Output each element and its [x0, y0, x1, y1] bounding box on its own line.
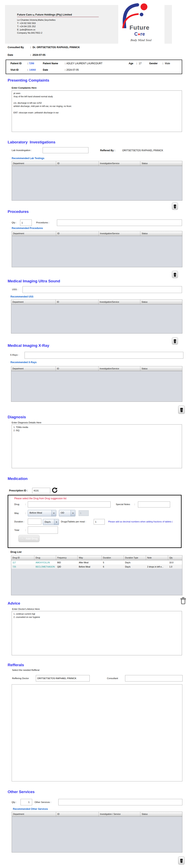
delete-procedures-button[interactable] — [172, 271, 178, 278]
xray-table[interactable]: Department ID Investigation/Service Stat… — [11, 366, 182, 402]
patient-name-colon: : — [65, 62, 66, 65]
trash-icon — [180, 858, 183, 863]
uss-table-header: Department ID Investigation/Service Stat… — [11, 300, 182, 305]
cell-drug-id: 725 — [11, 565, 34, 568]
gender-value: Male — [165, 62, 170, 65]
recommended-lab-testings-link[interactable]: Recommended Lab Testings — [12, 157, 44, 160]
col-department: Department — [12, 812, 56, 816]
col-investigation-service: Investigation/Service — [99, 231, 141, 236]
cell-duration: 6 — [102, 565, 124, 568]
lab-table-header: Department ID Investigation/Service Stat… — [12, 161, 182, 166]
prescription-id-input[interactable] — [32, 488, 50, 493]
recommended-uss-link[interactable]: Recommended USS — [10, 295, 33, 298]
recommended-xrays-link[interactable]: Recommended X-Rays — [10, 361, 37, 364]
recommended-other-services-link[interactable]: Recommended Other Services — [13, 808, 48, 810]
cell-note: 2 drops in left e... — [146, 565, 168, 568]
drug-colon: : — [25, 503, 26, 505]
patient-id-label: Patient ID — [10, 62, 22, 65]
visit-id-colon: : — [27, 68, 28, 71]
col-department: Department — [11, 366, 56, 371]
section-title-diagnosis: Diagnosis — [8, 415, 26, 419]
col-status: Status — [140, 300, 182, 304]
age-value: 17 — [139, 62, 141, 65]
complaints-textarea[interactable]: pt seen Xray of the left hand showed nor… — [12, 90, 182, 132]
refresh-prescription-button[interactable] — [51, 487, 58, 494]
prescription-id-label: Prescription ID : — [9, 489, 28, 492]
diagnosis-sublabel: Enter Diagnosis Details Here — [12, 421, 41, 424]
diagnosis-textarea[interactable]: 1. ?Otitis media 2. ISQ — [12, 424, 182, 468]
company-phone-2: T: +24 84 225 252 — [17, 25, 99, 28]
company-name-by: by — [33, 14, 35, 16]
other-services-table[interactable]: Department ID Investigation / Service St… — [12, 812, 182, 852]
col-drug: Drug — [34, 555, 56, 560]
drug-list-table[interactable]: Drug ID Drug Fequency Way Duration Durat… — [11, 555, 182, 595]
delete-other-services-button[interactable] — [178, 857, 185, 865]
duration-input[interactable] — [28, 519, 41, 525]
col-department: Department — [12, 231, 56, 236]
per-meal-input[interactable] — [94, 519, 105, 525]
consulted-by-label: Consulted By — [8, 46, 24, 49]
other-services-input[interactable] — [58, 799, 182, 805]
delete-advice-button[interactable] — [179, 597, 187, 606]
consultant-input[interactable] — [125, 675, 183, 682]
col-qty: Qty — [168, 555, 182, 560]
special-notes-colon: : — [134, 503, 135, 505]
procedures-qty-input[interactable] — [20, 219, 32, 226]
xray-input[interactable] — [25, 352, 183, 359]
referred-by-value: ORITSETSETOS RAPHAEL PINNICK — [122, 149, 163, 152]
duration-type-select[interactable]: Day/s ▼ — [43, 519, 59, 525]
special-notes-input[interactable] — [138, 501, 170, 507]
trash-icon — [173, 339, 177, 343]
chevron-down-icon: ▼ — [54, 519, 59, 525]
company-address: Le Chainter,Victoria,Mahe,Seychelles — [17, 18, 99, 22]
company-logo: Future C♥re Body Mind Soul — [118, 2, 164, 45]
trash-icon — [173, 272, 177, 277]
add-drug-button[interactable]: + Add Drug — [18, 535, 40, 542]
delete-uss-button[interactable] — [172, 337, 178, 345]
drug-list-label: Drug List — [10, 551, 22, 553]
visit-date-label: Date — [43, 68, 48, 71]
uss-input[interactable] — [23, 286, 182, 293]
special-notes-label: Special Notes — [116, 503, 130, 505]
lab-testings-table[interactable]: Department ID Investigation/Service Stat… — [12, 161, 182, 200]
section-title-laboratory-investigations: Laboratory Investigations — [8, 140, 55, 145]
consultant-label: Consultant — [107, 677, 118, 680]
uss-table[interactable]: Department ID Investigation/Service Stat… — [11, 300, 182, 334]
gender-colon: : — [162, 62, 163, 65]
referrals-list-box[interactable] — [12, 684, 182, 781]
patient-id-value: 7298 — [29, 62, 34, 65]
delete-lab-button[interactable] — [172, 203, 178, 210]
drug-row[interactable]: 117 AMOXYCILLIN BID After Meal 5 Day/s 1… — [11, 560, 182, 564]
total-label: Total — [14, 529, 19, 531]
col-department: Department — [12, 161, 56, 166]
delete-xray-button[interactable] — [178, 406, 185, 414]
cell-qty: 10.0 — [168, 561, 182, 564]
patient-id-colon: : — [27, 62, 28, 65]
recommended-procedures-link[interactable]: Recommended Procedures — [12, 227, 43, 229]
drug-input[interactable] — [28, 501, 111, 507]
logo-word-future: Future — [129, 24, 149, 31]
col-department: Department — [11, 300, 56, 304]
other-qty-input[interactable] — [21, 799, 32, 805]
frequency-select[interactable]: OD ▼ — [59, 510, 75, 516]
drug-row[interactable]: 725 BECLOMETHASON QID Before Meal 6 Day/… — [11, 564, 182, 569]
way-select[interactable]: Before Meal ▼ — [28, 510, 56, 516]
referred-by-label: Reffered By : — [100, 149, 115, 152]
advice-textarea[interactable]: 1. continue current mgt 2. counseled on … — [12, 611, 182, 655]
lab-investigation-input[interactable] — [43, 147, 88, 153]
referring-doctor-input[interactable] — [36, 675, 90, 682]
procedures-table[interactable]: Department ID Investigation/Service Stat… — [12, 231, 182, 267]
cell-drug: BECLOMETHASON — [34, 565, 56, 568]
section-title-other-services: Other Services — [8, 790, 35, 794]
procedures-input[interactable] — [57, 219, 182, 226]
age-colon: : — [136, 62, 137, 65]
section-title-presenting-complaints: Presenting Complaints — [8, 78, 49, 83]
col-id: ID — [56, 231, 99, 236]
company-phone-1: T: +24 82 593 593 — [17, 22, 99, 25]
trash-icon — [180, 407, 184, 412]
company-info: Future Care by Future Holdings (Pty) Lim… — [17, 13, 99, 34]
total-input[interactable] — [28, 526, 58, 534]
col-investigation-service: Investigation / Service — [99, 812, 141, 816]
other-qty-label: Qty : — [12, 801, 16, 803]
logo-word-care: C♥re — [134, 31, 145, 37]
